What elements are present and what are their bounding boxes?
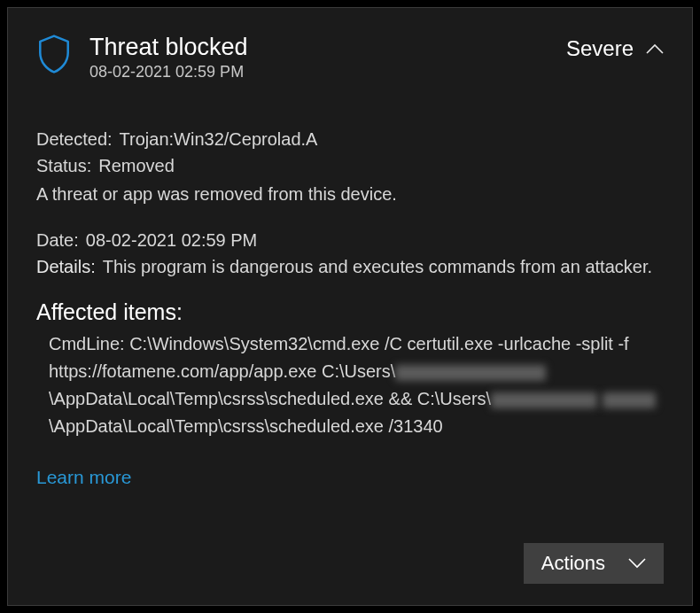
actions-label: Actions: [541, 552, 605, 575]
date-value: 08-02-2021 02:59 PM: [86, 227, 257, 253]
detected-row: Detected: Trojan:Win32/Ceprolad.A: [36, 126, 664, 152]
threat-card: Threat blocked 08-02-2021 02:59 PM Sever…: [7, 7, 693, 606]
date-row: Date: 08-02-2021 02:59 PM: [36, 227, 664, 253]
card-body: Detected: Trojan:Win32/Ceprolad.A Status…: [36, 126, 664, 488]
status-row: Status: Removed: [36, 152, 664, 179]
redacted-username-2: [491, 392, 597, 408]
chevron-up-icon: [646, 43, 664, 54]
affected-title: Affected items:: [36, 299, 664, 325]
chevron-down-icon: [628, 558, 646, 569]
detected-label: Detected:: [36, 126, 113, 152]
severity-toggle[interactable]: Severe: [566, 36, 664, 61]
threat-message: A threat or app was removed from this de…: [36, 181, 664, 207]
cmdline-part2: \AppData\Local\Temp\csrss\scheduled.exe …: [49, 389, 491, 408]
redacted-username-3: [603, 392, 656, 408]
threat-title: Threat blocked: [89, 33, 248, 61]
date-label: Date:: [36, 227, 79, 253]
card-header: Threat blocked 08-02-2021 02:59 PM Sever…: [36, 33, 664, 81]
threat-timestamp: 08-02-2021 02:59 PM: [89, 63, 248, 81]
affected-body: CmdLine: C:\Windows\System32\cmd.exe /C …: [36, 330, 664, 440]
header-left: Threat blocked 08-02-2021 02:59 PM: [36, 33, 248, 81]
status-label: Status:: [36, 152, 91, 179]
cmdline-part3: \AppData\Local\Temp\csrss\scheduled.exe …: [49, 416, 443, 436]
severity-label: Severe: [566, 36, 634, 61]
details-label: Details:: [36, 253, 96, 280]
shield-icon: [36, 35, 72, 74]
redacted-username-1: [395, 365, 546, 381]
title-block: Threat blocked 08-02-2021 02:59 PM: [89, 33, 248, 81]
status-value: Removed: [98, 152, 175, 179]
footer: Actions: [524, 543, 664, 584]
details-row: Details: This program is dangerous and e…: [36, 253, 664, 280]
affected-section: Affected items: CmdLine: C:\Windows\Syst…: [36, 299, 664, 440]
detected-value: Trojan:Win32/Ceprolad.A: [120, 126, 318, 152]
date-details-block: Date: 08-02-2021 02:59 PM Details: This …: [36, 227, 664, 280]
actions-button[interactable]: Actions: [524, 543, 664, 584]
cmdline-label: CmdLine:: [49, 334, 125, 353]
details-value: This program is dangerous and executes c…: [103, 253, 652, 280]
learn-more-link[interactable]: Learn more: [36, 467, 131, 488]
